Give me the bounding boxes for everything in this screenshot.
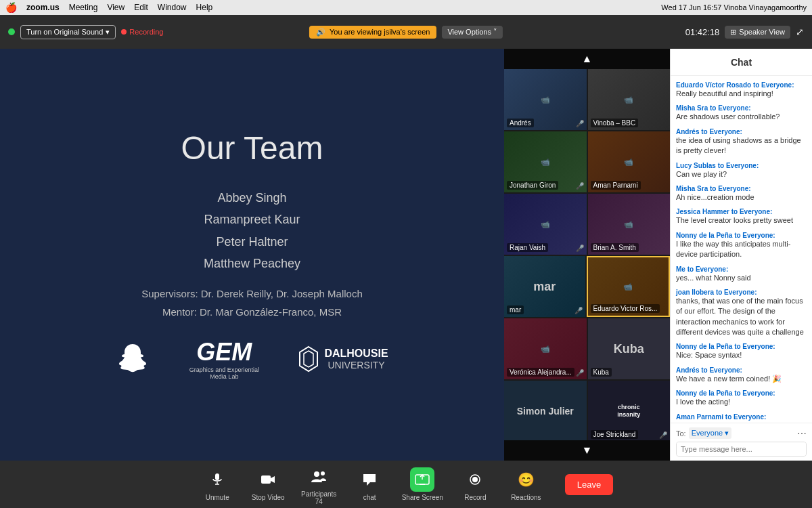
- participants-icon: [307, 464, 331, 488]
- record-button[interactable]: Record: [457, 467, 494, 501]
- participant-name-kuba: Kuba: [591, 368, 612, 377]
- chat-sender-12: Aman Parnami to Everyone:: [676, 413, 807, 421]
- unmute-button[interactable]: Unmute: [199, 467, 236, 501]
- chat-sender-7: Me to Everyone:: [676, 266, 807, 273]
- participant-cell-veronica: 📹 Verónica Alejandra... 🎤: [504, 318, 587, 379]
- chat-more-button[interactable]: ⋯: [797, 428, 807, 439]
- chat-to-line: To: Everyone ▾ ⋯: [676, 427, 807, 439]
- mac-menubar: 🍎 zoom.us Meeting View Edit Window Help …: [0, 0, 812, 15]
- menu-window[interactable]: Window: [158, 3, 187, 12]
- recording-label: Recording: [129, 28, 163, 36]
- chat-icon: [357, 467, 382, 492]
- chat-sender-9: Nonny de la Peña to Everyone:: [676, 343, 807, 350]
- chevron-down-icon: ▾: [725, 429, 729, 437]
- chat-sender-2: Andrés to Everyone:: [676, 128, 807, 135]
- chat-text-2: the idea of using shadows as a bridge is…: [676, 135, 807, 156]
- name-1: Abbey Singh: [116, 187, 388, 209]
- speaker-view-button[interactable]: ⊞ Speaker View: [725, 26, 790, 39]
- chat-sender-11: Nonny de la Peña to Everyone:: [676, 389, 807, 397]
- share-screen-label: Share Screen: [402, 494, 443, 501]
- participant-name-jonathan: Jonathan Giron: [507, 181, 558, 190]
- svg-rect-0: [215, 473, 219, 480]
- chat-sender-5: Jessica Hammer to Everyone:: [676, 208, 807, 215]
- chat-message-6: Nonny de la Peña to Everyone: I like the…: [676, 232, 807, 260]
- chevron-down-icon: ▾: [106, 28, 110, 37]
- stop-video-button[interactable]: Stop Video: [250, 467, 287, 501]
- gem-text: GEM: [183, 338, 265, 366]
- dal-sub: UNIVERSITY: [324, 360, 388, 371]
- leave-button[interactable]: Leave: [565, 474, 613, 495]
- expand-button[interactable]: ⤢: [796, 26, 804, 37]
- chat-text-8: thanks, that was one of the main focus o…: [676, 296, 807, 338]
- participant-cell-andrés: 📹 Andrés 🎤: [504, 69, 587, 130]
- chat-text-3: Can we play it?: [676, 169, 807, 179]
- dal-text: DALHOUSIE: [324, 347, 388, 360]
- reactions-button[interactable]: 😊 Reactions: [508, 467, 545, 501]
- grid-row-1: 📹 Andrés 🎤 📹 Vinoba – BBC: [504, 69, 670, 130]
- reactions-icon: 😊: [514, 467, 538, 492]
- scroll-up-arrow[interactable]: ▲: [504, 49, 670, 69]
- chat-message-input[interactable]: [677, 442, 806, 456]
- dalhousie-logo: DALHOUSIE UNIVERSITY: [298, 345, 388, 373]
- participant-mute-rajan: 🎤: [576, 245, 584, 252]
- share-screen-button[interactable]: Share Screen: [402, 467, 443, 501]
- menubar-left: 🍎 zoom.us Meeting View Edit Window Help: [5, 2, 212, 13]
- chat-sender-4: Misha Sra to Everyone:: [676, 185, 807, 192]
- menu-view[interactable]: View: [107, 3, 125, 12]
- grid-row-4: mar mar 🎤 📹 Eduardo Victor Ros...: [504, 256, 670, 317]
- grid-row-2: 📹 Jonathan Giron 🎤 📹 Aman Parnami: [504, 131, 670, 192]
- gem-subtext: Graphics and Experiential Media Lab: [183, 366, 265, 380]
- slide-mentor: Mentor: Dr. Mar González-Franco, MSR: [116, 306, 388, 318]
- snapchat-logo: [116, 341, 150, 377]
- participant-name-rajan: Rajan Vaish: [507, 243, 548, 252]
- grid-row-5: 📹 Verónica Alejandra... 🎤 Kuba Kuba: [504, 318, 670, 379]
- gem-logo: GEM Graphics and Experiential Media Lab: [183, 338, 265, 380]
- chat-sender-0: Eduardo Víctor Rosado to Everyone:: [676, 81, 807, 89]
- svg-marker-4: [271, 476, 275, 483]
- chat-text-9: Nice: Space syntax!: [676, 350, 807, 360]
- chat-header: Chat: [671, 49, 812, 76]
- name-4: Matthew Peachey: [116, 253, 388, 274]
- participant-cell-brian: 📹 Brian A. Smith: [588, 194, 671, 255]
- share-banner-text: You are viewing jsilva's screen: [330, 28, 430, 36]
- apple-logo[interactable]: 🍎: [5, 2, 17, 13]
- participants-button[interactable]: Participants 74: [300, 464, 338, 505]
- participant-name-eduardo: Eduardo Victor Ros...: [591, 304, 660, 313]
- menu-meeting[interactable]: Meeting: [69, 3, 98, 12]
- svg-rect-3: [261, 475, 271, 484]
- toolbar-right: 01:42:18 ⊞ Speaker View ⤢: [685, 26, 804, 39]
- slide-names: Abbey Singh Ramanpreet Kaur Peter Haltne…: [116, 187, 388, 275]
- speaker-icon: 🔊: [316, 28, 325, 37]
- chat-messages-list: Eduardo Víctor Rosado to Everyone: Reall…: [671, 76, 812, 423]
- chat-footer: To: Everyone ▾ ⋯: [671, 423, 812, 461]
- name-2: Ramanpreet Kaur: [116, 209, 388, 230]
- chat-message-1: Misha Sra to Everyone: Are shadows user …: [676, 104, 807, 122]
- name-3: Peter Haltner: [116, 231, 388, 253]
- participant-video-simon: Simon Julier: [504, 381, 587, 440]
- chat-sender-8: joan llobera to Everyone:: [676, 289, 807, 296]
- chat-button[interactable]: chat: [351, 467, 388, 501]
- camera-icon: [256, 467, 280, 492]
- chat-recipient-label: Everyone: [692, 429, 723, 437]
- view-options-button[interactable]: View Options ˅: [442, 26, 503, 39]
- recording-dot: [121, 29, 127, 35]
- participant-grid: ▲ 📹 Andrés 🎤 📹 Vinoba – BBC: [504, 49, 670, 461]
- scroll-down-arrow[interactable]: ▼: [504, 440, 670, 461]
- chat-text-4: Ah nice...creation mode: [676, 192, 807, 203]
- connection-indicator: [8, 28, 15, 35]
- participant-mute-veronica: 🎤: [576, 369, 584, 377]
- chat-message-12: Aman Parnami to Everyone: Very effective…: [676, 413, 807, 423]
- original-sound-button[interactable]: Turn on Original Sound ▾: [20, 25, 116, 39]
- slide-logos: GEM Graphics and Experiential Media Lab: [116, 338, 388, 380]
- chat-message-5: Jessica Hammer to Everyone: The level cr…: [676, 208, 807, 226]
- share-banner: 🔊 You are viewing jsilva's screen: [309, 26, 436, 39]
- menu-help[interactable]: Help: [196, 3, 213, 12]
- chat-text-5: The level creator looks pretty sweet: [676, 215, 807, 226]
- meeting-timer: 01:42:18: [685, 27, 720, 37]
- menu-edit[interactable]: Edit: [134, 3, 148, 12]
- bottom-toolbar: Unmute Stop Video Participant: [0, 461, 812, 508]
- chat-input-wrapper: [676, 442, 807, 457]
- chat-title: Chat: [731, 57, 752, 68]
- participant-cell-aman: 📹 Aman Parnami: [588, 131, 671, 192]
- chat-recipient-selector[interactable]: Everyone ▾: [689, 427, 732, 439]
